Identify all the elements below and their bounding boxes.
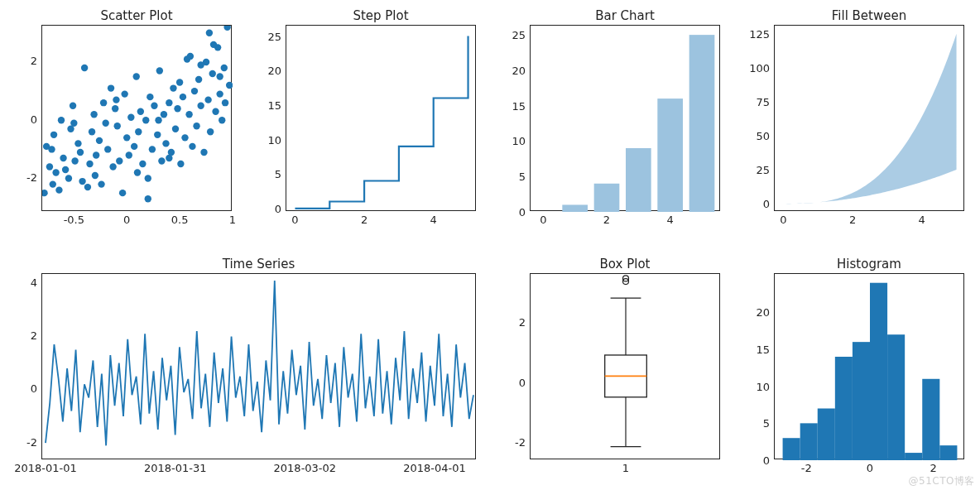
- x-tick-label: 2018-01-01: [14, 462, 77, 474]
- y-tick-label: 10: [756, 380, 770, 392]
- x-tick-label: 2: [849, 214, 856, 226]
- svg-point-81: [187, 53, 194, 60]
- y-tick-label: 2: [31, 55, 37, 67]
- svg-point-48: [154, 132, 161, 138]
- chart-grid: Scatter Plot -0.500.51-202 Step Plot 024…: [0, 0, 980, 490]
- svg-point-30: [112, 105, 118, 112]
- ts-panel: Time Series -20242018-01-012018-01-31201…: [41, 273, 476, 459]
- svg-rect-95: [562, 204, 588, 212]
- x-tick-label: 0: [540, 214, 546, 226]
- ts-title: Time Series: [41, 257, 476, 271]
- svg-point-34: [121, 90, 127, 97]
- y-tick-label: 0: [31, 113, 37, 125]
- x-tick-label: 1: [229, 214, 236, 226]
- y-tick-label: 20: [756, 306, 770, 319]
- y-tick-label: 2: [519, 316, 526, 329]
- svg-point-10: [65, 175, 72, 181]
- svg-point-15: [77, 149, 84, 156]
- svg-point-37: [127, 114, 134, 121]
- svg-point-73: [212, 108, 219, 115]
- svg-point-31: [114, 122, 121, 129]
- svg-point-51: [161, 111, 167, 118]
- svg-point-6: [55, 186, 62, 193]
- svg-point-83: [197, 61, 204, 68]
- x-tick-label: 1: [622, 462, 629, 474]
- svg-point-12: [70, 102, 76, 108]
- svg-rect-97: [626, 148, 651, 212]
- svg-point-56: [172, 126, 179, 132]
- x-tick-label: 2018-01-31: [144, 462, 207, 474]
- svg-point-57: [174, 105, 180, 112]
- y-tick-label: 25: [512, 29, 526, 41]
- svg-point-29: [109, 163, 116, 170]
- svg-point-39: [133, 73, 140, 79]
- y-tick-label: 4: [31, 276, 37, 288]
- y-tick-label: 75: [756, 95, 770, 108]
- svg-point-33: [119, 190, 126, 196]
- svg-point-27: [104, 146, 111, 152]
- svg-point-21: [90, 111, 97, 118]
- step-axes: 0240510152025: [286, 25, 476, 211]
- x-tick-label: 2: [361, 214, 368, 226]
- svg-point-94: [145, 175, 151, 181]
- y-tick-label: 15: [756, 343, 770, 356]
- y-tick-label: 15: [267, 98, 281, 111]
- svg-point-25: [100, 99, 107, 106]
- ts-axes: -20242018-01-012018-01-312018-03-022018-…: [41, 273, 476, 459]
- svg-point-93: [166, 155, 172, 161]
- y-tick-label: 20: [512, 64, 526, 76]
- svg-point-75: [216, 90, 223, 97]
- svg-point-90: [92, 172, 98, 179]
- svg-point-17: [81, 65, 88, 71]
- y-tick-label: 0: [763, 198, 770, 210]
- x-tick-label: 0: [291, 214, 298, 226]
- svg-point-7: [58, 117, 65, 123]
- svg-point-50: [158, 157, 165, 164]
- bar-axes: 0240510152025: [530, 25, 720, 211]
- svg-point-63: [189, 143, 195, 150]
- svg-point-22: [93, 151, 99, 158]
- svg-rect-116: [922, 379, 939, 460]
- svg-point-76: [219, 117, 225, 123]
- scatter-panel: Scatter Plot -0.500.51-202: [41, 25, 232, 211]
- x-tick-label: 0: [123, 214, 130, 226]
- y-tick-label: 20: [267, 65, 281, 77]
- x-tick-label: 4: [667, 214, 674, 226]
- svg-rect-111: [835, 357, 853, 460]
- svg-point-9: [62, 166, 69, 173]
- svg-rect-98: [657, 98, 683, 212]
- svg-point-66: [195, 76, 202, 83]
- scatter-axes: -0.500.51-202: [41, 25, 232, 211]
- y-tick-label: 2: [31, 329, 37, 341]
- y-tick-label: -2: [26, 171, 37, 183]
- y-tick-label: 0: [31, 382, 37, 395]
- y-tick-label: -2: [515, 436, 526, 449]
- x-tick-label: 0.5: [171, 214, 189, 226]
- x-tick-label: 4: [919, 214, 925, 226]
- y-tick-label: 5: [275, 168, 281, 180]
- svg-point-2: [46, 163, 53, 170]
- svg-point-77: [221, 65, 228, 71]
- svg-rect-114: [887, 334, 905, 460]
- bar-title: Bar Chart: [530, 8, 720, 23]
- svg-point-71: [207, 128, 214, 135]
- svg-point-59: [180, 94, 186, 100]
- y-tick-label: 125: [749, 27, 770, 40]
- svg-point-79: [226, 82, 233, 89]
- svg-rect-96: [594, 184, 620, 212]
- svg-point-78: [223, 26, 230, 31]
- y-tick-label: 25: [756, 164, 770, 176]
- y-tick-label: 0: [519, 376, 526, 388]
- svg-point-60: [181, 134, 188, 141]
- y-tick-label: 0: [275, 202, 281, 214]
- svg-point-42: [139, 161, 146, 167]
- hist-panel: Histogram -20205101520: [774, 273, 964, 459]
- svg-point-35: [123, 134, 130, 141]
- svg-point-28: [108, 84, 114, 91]
- svg-point-19: [86, 161, 93, 167]
- svg-point-8: [60, 155, 66, 161]
- fill-title: Fill Between: [774, 8, 964, 23]
- svg-point-18: [84, 184, 91, 190]
- svg-point-47: [151, 102, 157, 108]
- box-title: Box Plot: [530, 257, 720, 271]
